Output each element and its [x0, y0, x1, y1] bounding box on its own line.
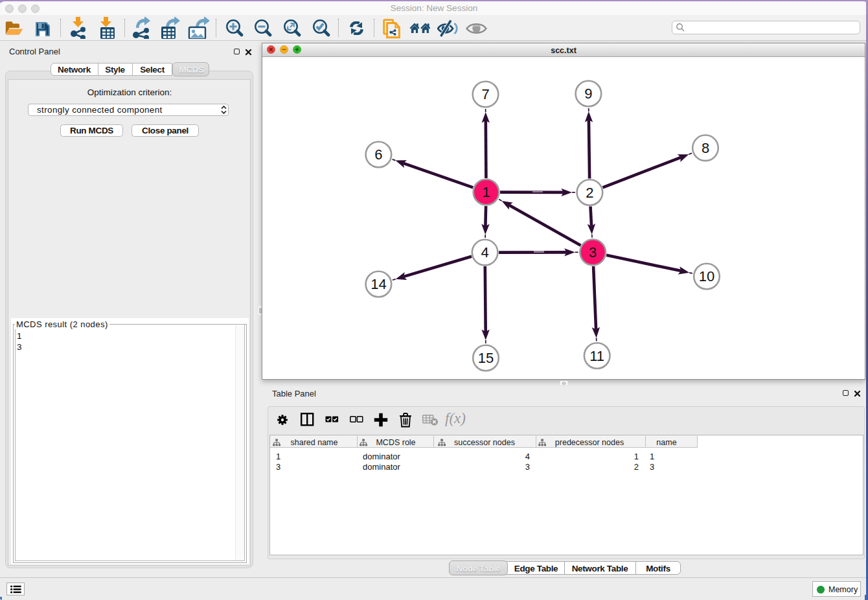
svg-text:1: 1: [482, 184, 490, 200]
svg-text:2: 2: [586, 185, 593, 201]
svg-text:9: 9: [584, 86, 592, 102]
svg-text:11: 11: [589, 348, 604, 364]
svg-text:3: 3: [589, 244, 597, 260]
svg-text:7: 7: [481, 86, 489, 102]
svg-text:15: 15: [478, 350, 494, 366]
svg-text:8: 8: [702, 140, 709, 156]
svg-text:14: 14: [371, 276, 386, 292]
svg-text:10: 10: [699, 268, 714, 284]
svg-text:4: 4: [481, 244, 488, 260]
svg-text:6: 6: [374, 146, 382, 163]
